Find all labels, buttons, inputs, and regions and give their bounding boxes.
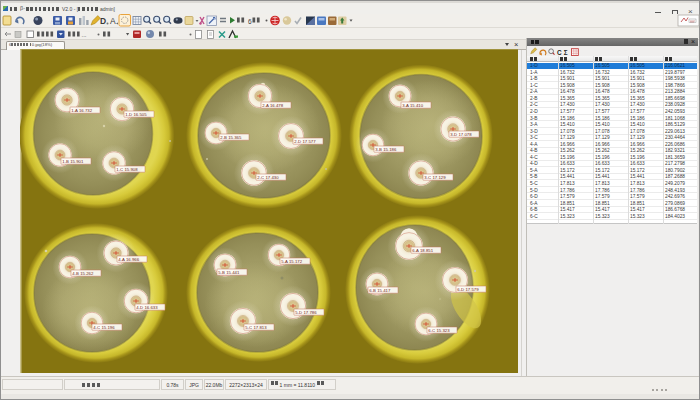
svg-text:A: A	[110, 16, 116, 26]
svg-text:5-A 15.172: 5-A 15.172	[281, 259, 302, 264]
svg-text:3-D 17.078: 3-D 17.078	[450, 132, 472, 137]
svg-text:5-B 15.441: 5-B 15.441	[218, 270, 240, 275]
svg-text:Σ: Σ	[564, 49, 568, 56]
svg-text:1-C 15.908: 1-C 15.908	[116, 167, 138, 172]
svg-text:6-D 17.579: 6-D 17.579	[457, 287, 479, 292]
svg-text:3-C 17.129: 3-C 17.129	[424, 175, 446, 180]
svg-text:6-B 15.417: 6-B 15.417	[369, 288, 391, 293]
svg-text:1-B 15.901: 1-B 15.901	[62, 159, 84, 164]
svg-text:4-A 16.966: 4-A 16.966	[118, 257, 139, 262]
svg-text:...: ...	[82, 32, 87, 38]
svg-text:3-B 15.186: 3-B 15.186	[375, 147, 397, 152]
svg-text:6-A 18.851: 6-A 18.851	[412, 248, 433, 253]
svg-text:4-D 16.633: 4-D 16.633	[136, 305, 158, 310]
svg-text:2-A 16.478: 2-A 16.478	[262, 103, 283, 108]
svg-text:2-B 15.365: 2-B 15.365	[220, 135, 242, 140]
svg-text:6: 6	[248, 18, 252, 25]
svg-text:5-D 17.786: 5-D 17.786	[295, 310, 317, 315]
svg-text:6-C 15.323: 6-C 15.323	[428, 328, 450, 333]
svg-text:2-D 17.577: 2-D 17.577	[294, 139, 316, 144]
svg-text:4-C 15.196: 4-C 15.196	[93, 325, 115, 330]
svg-text:1-A 16.732: 1-A 16.732	[71, 108, 92, 113]
svg-text:D: D	[100, 16, 106, 26]
svg-text:1-D 16.505: 1-D 16.505	[125, 112, 147, 117]
svg-text:5-C 17.813: 5-C 17.813	[245, 325, 267, 330]
svg-text:C: C	[557, 49, 562, 56]
svg-text:4-B 15.262: 4-B 15.262	[72, 271, 94, 276]
svg-text:2-C 17.430: 2-C 17.430	[257, 175, 279, 180]
svg-text:3-A 15.410: 3-A 15.410	[402, 103, 423, 108]
